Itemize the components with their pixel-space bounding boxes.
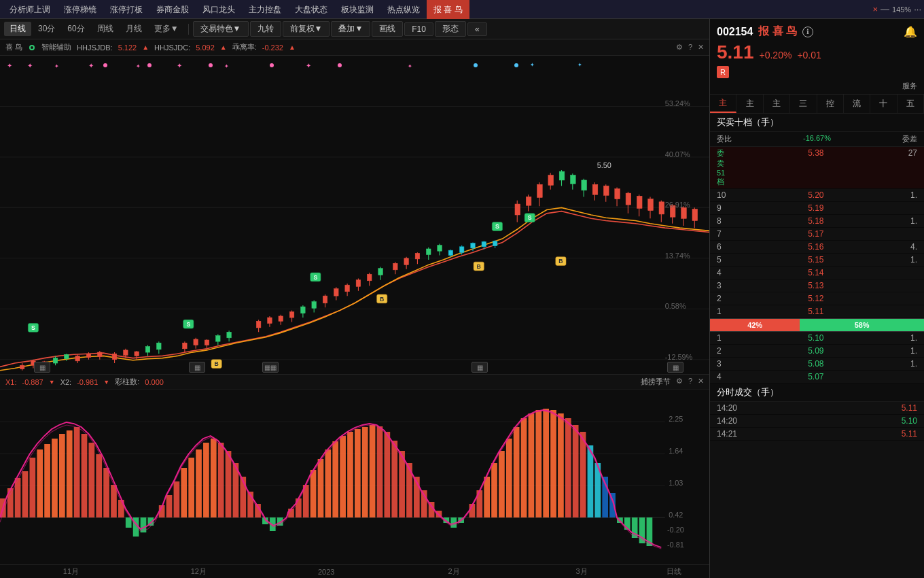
svg-rect-91 <box>367 274 372 281</box>
weibii-value: -16.67% <box>803 134 831 144</box>
vol-icon-5[interactable]: ▦ <box>667 362 683 373</box>
stock-title-row: 002154 报 喜 鸟 ℹ 🔔 <box>717 24 917 39</box>
nav-fenxishi[interactable]: 分析师上调 <box>3 0 57 19</box>
svg-text:1.64: 1.64 <box>669 447 683 455</box>
svg-text:-0.81: -0.81 <box>667 541 684 549</box>
svg-text:S: S <box>528 215 532 222</box>
nav-close-button[interactable]: × <box>872 4 878 14</box>
ask-vol-3 <box>883 281 917 290</box>
nav-zhulikongpan[interactable]: 主力控盘 <box>242 0 288 19</box>
ask-price-8: 5.18 <box>790 216 824 226</box>
svg-rect-188 <box>82 434 88 517</box>
svg-rect-135 <box>582 180 587 190</box>
tab-shi[interactable]: 十 <box>870 95 897 113</box>
vol-icon-3[interactable]: ▦▦ <box>262 362 279 373</box>
tool-diejia[interactable]: 叠加▼ <box>331 21 370 37</box>
svg-text:5.50: 5.50 <box>597 161 611 169</box>
nav-dapanzhuangtai[interactable]: 大盘状态 <box>288 0 334 19</box>
tool-qianfuquan[interactable]: 前复权▼ <box>283 21 330 37</box>
bottom-settings-icon[interactable]: ⚙ <box>676 377 683 387</box>
tab-main-1[interactable]: 主 <box>710 95 736 113</box>
svg-rect-191 <box>103 468 109 517</box>
tool-f10[interactable]: F10 <box>404 22 433 36</box>
bid-vol-1: 1. <box>883 333 917 343</box>
bottom-help-icon[interactable]: ? <box>688 377 692 387</box>
bell-icon[interactable]: 🔔 <box>904 25 917 38</box>
settings-icon[interactable]: ⚙ <box>676 43 683 52</box>
chart-toolbar: 日线 30分 60分 周线 月线 更多▼ 交易特色▼ 九转 前复权▼ 叠加▼ 画… <box>0 19 709 39</box>
trade-history-title: 分时成交（手） <box>710 384 924 402</box>
svg-rect-93 <box>378 269 383 275</box>
vol-icon-1[interactable]: ▦ <box>34 362 50 373</box>
svg-text:2.25: 2.25 <box>669 415 683 423</box>
tab-kong[interactable]: 控 <box>817 95 844 113</box>
tab-liu[interactable]: 流 <box>844 95 870 113</box>
svg-rect-71 <box>268 318 272 324</box>
svg-rect-245 <box>514 427 520 517</box>
svg-rect-184 <box>52 439 58 517</box>
stock-price: 5.11 <box>717 41 754 63</box>
svg-text:S: S <box>186 321 190 328</box>
nav-quanshangjingu[interactable]: 券商金股 <box>149 0 196 19</box>
sell-percentage-bar: 58% <box>800 319 924 331</box>
nav-fengkoulong[interactable]: 风口龙头 <box>196 0 242 19</box>
hhjsjdb-arrow: ▲ <box>142 44 149 51</box>
smart-assist-indicator <box>29 45 35 50</box>
svg-rect-251 <box>558 413 564 517</box>
bid-level-1: 1 <box>717 333 730 343</box>
ask-row-2: 2 5.12 <box>710 292 924 305</box>
ask-level-8: 8 <box>717 216 730 226</box>
bid-row-3: 3 5.08 1. <box>710 358 924 371</box>
tool-collapse[interactable]: « <box>467 22 487 36</box>
svg-rect-51 <box>145 347 150 353</box>
nav-minimize-button[interactable]: — <box>881 4 889 14</box>
svg-rect-79 <box>312 302 317 309</box>
month-label-2: 2月 <box>448 566 460 577</box>
ask-vol-10: 1. <box>883 190 917 200</box>
ask-level-2: 2 <box>717 294 730 303</box>
timeframe-daily[interactable]: 日线 <box>4 22 31 36</box>
tab-wu[interactable]: 五 <box>898 95 924 113</box>
vol-icon-2[interactable]: ▦ <box>189 362 205 373</box>
nav-zhangtingtijing[interactable]: 涨停梯镜 <box>57 0 103 19</box>
tool-jiuzhuan[interactable]: 九转 <box>250 21 281 37</box>
timeframe-monthly[interactable]: 月线 <box>120 22 147 36</box>
tab-main-2[interactable]: 主 <box>736 95 763 113</box>
indicator-icons: ⚙ ? ✕ <box>676 43 704 52</box>
month-label-11: 11月 <box>63 566 79 577</box>
nav-baoxiniao[interactable]: 报 喜 鸟 <box>427 0 469 19</box>
timeframe-30min[interactable]: 30分 <box>33 22 60 36</box>
month-label-daily: 日线 <box>667 566 681 577</box>
ask-level-7: 7 <box>717 229 730 239</box>
ask-level-4: 4 <box>717 268 730 277</box>
svg-rect-186 <box>67 430 73 517</box>
svg-text:S: S <box>313 274 317 281</box>
highlight-ask-price: 5.38 <box>790 148 824 187</box>
nav-redianzonglan[interactable]: 热点纵览 <box>380 0 427 19</box>
bid-row-4: 4 5.07 <box>710 371 924 384</box>
svg-rect-220 <box>325 449 332 517</box>
tool-trading-feature[interactable]: 交易特色▼ <box>193 21 249 37</box>
candlestick-chart[interactable]: ✦ ✦ ✦ ✦ ✦ ✦ ✦ ✦ ✦ ✦ ✦ <box>0 56 709 374</box>
svg-rect-105 <box>438 245 442 252</box>
help-icon[interactable]: ? <box>688 43 692 52</box>
stock-info-button[interactable]: ℹ <box>802 27 813 37</box>
svg-rect-140 <box>603 186 609 195</box>
hhjsjdb-label: HHJSJDB: <box>77 44 113 52</box>
svg-rect-101 <box>415 253 420 259</box>
tool-draw[interactable]: 画线 <box>372 21 403 37</box>
vol-icon-4[interactable]: ▦ <box>472 362 488 373</box>
svg-rect-222 <box>340 436 346 517</box>
close-indicator-icon[interactable]: ✕ <box>698 43 704 52</box>
ask-vol-4 <box>883 268 917 277</box>
tool-xingta[interactable]: 形态 <box>435 21 466 37</box>
timeframe-more[interactable]: 更多▼ <box>149 22 184 36</box>
tab-san[interactable]: 三 <box>790 95 817 113</box>
nav-more-button[interactable]: ··· <box>914 4 921 14</box>
nav-zhangtingdaban[interactable]: 涨停打板 <box>103 0 149 19</box>
timeframe-weekly[interactable]: 周线 <box>92 22 119 36</box>
nav-bankuaijiance[interactable]: 板块监测 <box>334 0 380 19</box>
tab-main-3[interactable]: 主 <box>764 95 790 113</box>
timeframe-60min[interactable]: 60分 <box>62 22 90 36</box>
bottom-close-icon[interactable]: ✕ <box>698 377 704 387</box>
